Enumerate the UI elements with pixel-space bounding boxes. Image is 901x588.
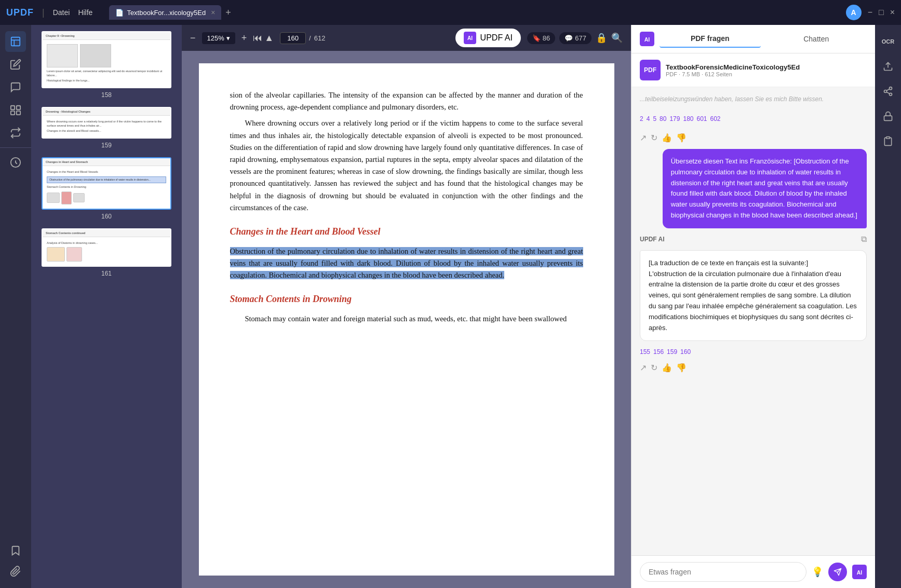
updf-ai-button[interactable]: AI UPDF AI: [455, 29, 521, 47]
right-icon-export[interactable]: [878, 56, 898, 77]
updf-ai-label: UPDF AI: [480, 33, 513, 43]
prev-response-hint: ...teilbeiseleizungswünden haben, lassen…: [640, 93, 867, 105]
prev-ref-4[interactable]: 4: [647, 115, 650, 122]
svg-rect-21: [886, 137, 890, 139]
sidebar-icons: [0, 25, 31, 588]
right-icon-clipboard[interactable]: [878, 131, 898, 152]
pdf-highlighted-text: Obstruction of the pulmonary circulation…: [230, 247, 583, 279]
menu-hilfe[interactable]: Hilfe: [78, 8, 92, 17]
page-first-button[interactable]: ⏮: [253, 33, 262, 44]
pdf-stomach-text: Stomach may contain water and foreign ma…: [230, 313, 583, 325]
prev-ref-601[interactable]: 601: [696, 115, 707, 122]
ai-send-button[interactable]: [828, 563, 847, 581]
sidebar-icon-organize[interactable]: [5, 100, 26, 120]
right-icon-security[interactable]: [878, 106, 898, 127]
tab-add-button[interactable]: +: [225, 7, 231, 18]
ai-export-button[interactable]: ↗: [640, 363, 647, 373]
zoom-dropdown-icon: ▾: [226, 34, 230, 42]
right-icon-share[interactable]: [878, 81, 898, 102]
tab-chatten[interactable]: Chatten: [766, 31, 867, 47]
pdf-content-area: sion of the alveolar capillaries. The in…: [182, 51, 631, 588]
thumbnail-page-158[interactable]: Chapter 9 • Drowning Lorem ipsum dolor s…: [35, 31, 178, 99]
prev-ref-2[interactable]: 2: [640, 115, 643, 122]
thumbnail-page-161[interactable]: Stomach Contents continued Analysis of D…: [35, 228, 178, 278]
bookmark-count: 86: [543, 34, 550, 42]
svg-rect-3: [11, 106, 15, 110]
ai-response-text: [La traduction de ce texte en français e…: [640, 250, 867, 341]
lightbulb-icon[interactable]: 💡: [812, 566, 823, 578]
separator: |: [42, 7, 45, 18]
ai-thumbs-up-button[interactable]: 👍: [662, 363, 672, 373]
ai-ref-160[interactable]: 160: [680, 348, 691, 355]
close-button[interactable]: ×: [890, 8, 895, 17]
ai-refresh-button[interactable]: ↻: [651, 363, 657, 373]
svg-point-16: [884, 90, 887, 93]
zoom-level: 125%: [207, 34, 224, 42]
prev-ref-179[interactable]: 179: [669, 115, 680, 122]
thumbs-down-button[interactable]: 👎: [676, 133, 687, 143]
ai-ref-156[interactable]: 156: [653, 348, 664, 355]
lock-button[interactable]: 🔒: [596, 32, 607, 44]
sidebar-icon-comment[interactable]: [5, 77, 26, 98]
zoom-out-button[interactable]: −: [190, 33, 196, 44]
ai-ref-159[interactable]: 159: [667, 348, 677, 355]
pdf-highlighted-para: Obstruction of the pulmonary circulation…: [230, 245, 583, 282]
svg-rect-5: [11, 111, 15, 115]
bookmark-badge-button[interactable]: 🔖 86: [527, 32, 555, 44]
tab-close-button[interactable]: ×: [211, 8, 215, 17]
zoom-in-button[interactable]: +: [241, 33, 247, 44]
page-total: 612: [314, 34, 326, 42]
ai-page-refs: 155 156 159 160: [640, 348, 867, 355]
menu-datei[interactable]: Datei: [53, 8, 70, 17]
page-separator: /: [309, 34, 311, 42]
page-prev-button[interactable]: ▲: [264, 33, 274, 44]
page-num-158: 158: [101, 91, 112, 99]
prev-ref-5[interactable]: 5: [653, 115, 656, 122]
zoom-display[interactable]: 125% ▾: [202, 32, 235, 44]
comment-badge-button[interactable]: 💬 677: [559, 32, 591, 44]
prev-ref-80[interactable]: 80: [660, 115, 666, 122]
minimize-button[interactable]: −: [868, 8, 872, 17]
updf-ai-panel-icon: AI: [640, 32, 654, 46]
pdf-page: sion of the alveolar capillaries. The in…: [199, 63, 614, 576]
user-message: Übersetze diesen Text ins Französische: …: [663, 149, 867, 228]
page-num-159: 159: [101, 142, 112, 149]
tab-title: TextbookFor...xicology5Ed: [127, 9, 206, 17]
copy-button[interactable]: ⧉: [861, 235, 867, 244]
bookmark-icon: 🔖: [532, 34, 541, 42]
ai-panel: AI PDF fragen Chatten PDF TextbookForens…: [631, 25, 875, 588]
sidebar-icon-edit[interactable]: [5, 54, 26, 75]
prev-ref-180[interactable]: 180: [683, 115, 693, 122]
right-icon-ocr[interactable]: OCR: [878, 31, 898, 52]
app-logo: UPDF: [6, 7, 34, 18]
ai-logo-icon: AI: [464, 32, 476, 44]
user-avatar[interactable]: A: [846, 5, 862, 20]
sidebar-icon-pages[interactable]: [5, 31, 26, 52]
svg-rect-20: [884, 116, 892, 120]
ai-file-name: TextbookForensicMedicineToxicology5Ed: [666, 63, 800, 71]
sidebar-icon-bookmark[interactable]: [5, 540, 26, 561]
svg-point-15: [890, 87, 892, 90]
sidebar-icon-convert[interactable]: [5, 122, 26, 143]
sidebar-icon-attachment[interactable]: [5, 561, 26, 582]
maximize-button[interactable]: □: [879, 8, 884, 17]
thumbnail-page-159[interactable]: Drowning - Histological Changes Where dr…: [35, 107, 178, 149]
page-input[interactable]: 160: [280, 32, 306, 44]
tab-pdf-fragen[interactable]: PDF fragen: [660, 30, 761, 48]
svg-line-19: [886, 89, 890, 90]
ai-file-meta: PDF · 7.5 MB · 612 Seiten: [666, 71, 800, 77]
ai-ref-155[interactable]: 155: [640, 348, 650, 355]
thumbnail-page-160[interactable]: Changes in Heart and Stomach Changes in …: [35, 157, 178, 220]
search-button[interactable]: 🔍: [611, 32, 623, 44]
comment-count: 677: [575, 34, 586, 42]
ai-input-field[interactable]: [640, 562, 806, 582]
prev-ref-602[interactable]: 602: [710, 115, 721, 122]
refresh-button[interactable]: ↻: [651, 133, 657, 143]
export-button[interactable]: ↗: [640, 133, 647, 143]
thumbs-up-button[interactable]: 👍: [662, 133, 672, 143]
tab-area: 📄 TextbookFor...xicology5Ed × +: [109, 5, 231, 20]
ai-thumbs-down-button[interactable]: 👎: [676, 363, 687, 373]
prev-msg-actions: ↗ ↻ 👍 👎: [640, 133, 867, 143]
sidebar-icon-ai[interactable]: [5, 152, 26, 173]
active-tab[interactable]: 📄 TextbookFor...xicology5Ed ×: [109, 5, 221, 20]
